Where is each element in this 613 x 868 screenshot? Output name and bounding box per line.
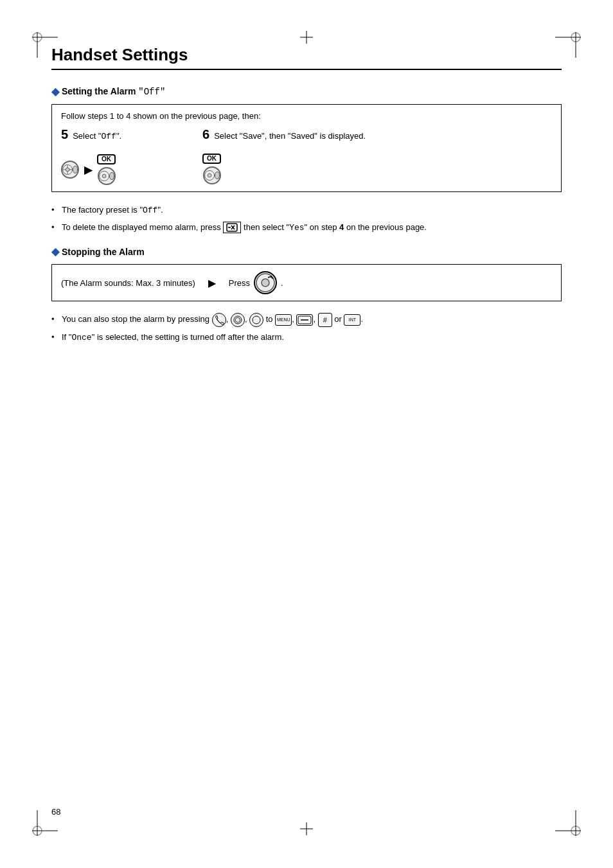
scroll-center-icon2 [203, 166, 221, 184]
once-code: Once [71, 333, 91, 342]
handset-icon [231, 313, 245, 327]
follow-text: Follow steps 1 to 4 shown on the previou… [61, 111, 552, 121]
page-number: 68 [51, 807, 60, 817]
scroll-wheel-icon [61, 161, 79, 179]
step6-block: 6 Select "Save", then "Saved" is display… [202, 127, 366, 184]
svg-point-31 [262, 279, 269, 287]
step5-code: Off [101, 132, 116, 141]
delete-button-icon [223, 222, 241, 233]
ok-button-icon: OK [97, 154, 116, 164]
diamond-icon2: ◆ [51, 245, 59, 258]
stop-alarm-button-icon [254, 271, 277, 294]
steps-row: 5 Select "Off". [61, 127, 552, 185]
scroll-center-icon [98, 167, 116, 185]
alarm-arrow-icon: ▶ [208, 277, 216, 289]
step6-number: 6 [202, 127, 209, 142]
bullets1-list: The factory preset is "Off". To delete t… [51, 204, 562, 234]
step5-icons: ▶ OK [61, 154, 116, 185]
period-label: . [281, 278, 283, 288]
svg-point-17 [66, 168, 69, 172]
bullet1-item1: The factory preset is "Off". [51, 204, 562, 217]
int-button-icon: INT [344, 314, 360, 326]
alarm-box: (The Alarm sounds: Max. 3 minutes) ▶ Pre… [51, 264, 562, 301]
section2-header: ◆ Stopping the Alarm [51, 245, 562, 258]
step6-header: 6 Select "Save", then "Saved" is display… [202, 127, 366, 147]
arrow-icon: ▶ [84, 164, 92, 176]
ok-button-icon2: OK [202, 154, 221, 164]
circle-icon [249, 313, 263, 327]
section1-header-text: Setting the Alarm "Off" [62, 86, 165, 97]
instruction-box: Follow steps 1 to 4 shown on the previou… [51, 104, 562, 192]
alarm-text: (The Alarm sounds: Max. 3 minutes) [61, 278, 195, 288]
svg-point-23 [102, 174, 106, 178]
phone-icon [212, 313, 226, 327]
step5-block: 5 Select "Off". [61, 127, 177, 185]
off-code: Off [143, 206, 157, 215]
step5-number: 5 [61, 127, 68, 142]
step6-title: Select "Save", then "Saved" is displayed… [214, 131, 366, 141]
section2-header-text: Stopping the Alarm [62, 247, 145, 257]
bullet2-item1: You can also stop the alarm by pressing … [51, 313, 562, 327]
diamond-icon: ◆ [51, 85, 59, 98]
bullet1-item2: To delete the displayed memo alarm, pres… [51, 221, 562, 235]
svg-point-35 [253, 316, 260, 324]
page-title: Handset Settings [51, 45, 562, 70]
svg-point-34 [234, 316, 242, 324]
dash-button-icon [296, 314, 313, 326]
step5-header: 5 Select "Off". [61, 127, 121, 148]
bullet2-item2: If "Once" is selected, the setting is tu… [51, 331, 562, 344]
menu-button-icon: MENU [275, 314, 292, 326]
section1-header: ◆ Setting the Alarm "Off" [51, 85, 562, 98]
step5-title: Select "Off". [73, 131, 121, 141]
press-label: Press [229, 278, 250, 288]
yes-code: Yes [289, 223, 304, 233]
step6-icons: OK [202, 154, 221, 184]
hash-button-icon: # [318, 313, 332, 327]
bullets2-list: You can also stop the alarm by pressing … [51, 313, 562, 344]
svg-point-25 [208, 173, 211, 177]
alarm-press-block: Press . [229, 271, 283, 294]
